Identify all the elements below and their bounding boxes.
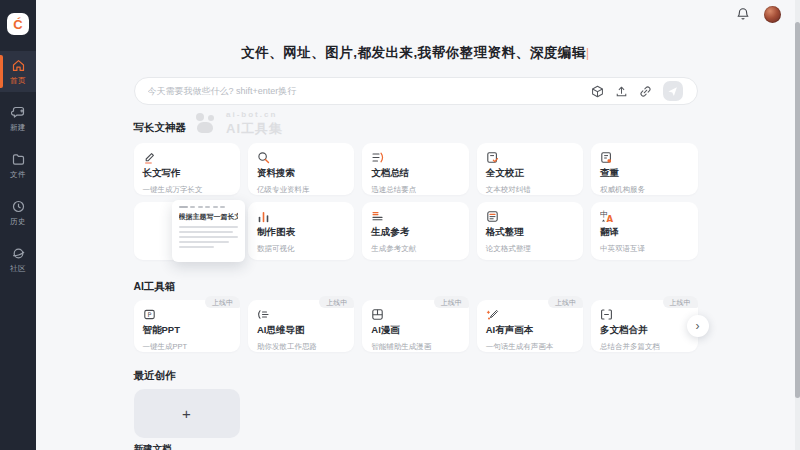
card-long-writing[interactable]: 长文写作 一键生成万字长文 [134,143,240,195]
card-title: AI漫画 [371,324,459,337]
model-cube-icon[interactable] [591,85,604,98]
card-subtitle: 一键生成万字长文 [143,185,231,195]
summary-icon [371,151,459,164]
card-merge-docs[interactable]: 上线中 多文档合并 总结合并多篇文档 [591,300,697,352]
search-icon [257,151,345,164]
carousel-next-button[interactable]: › [687,315,709,337]
card-subtitle: 一键生成PPT [143,342,231,352]
sidebar-item-label: 首页 [10,76,26,86]
section-title-recent: 最近创作 [134,369,698,383]
card-preview[interactable]: 根据主题写一篇长文.. [134,202,240,260]
writing-row2: 根据主题写一篇长文.. 制作图表 数据可视化 生成参考 生成参考文献 [134,202,698,260]
translate-icon: 中A [600,210,688,223]
card-subtitle: 迅速总结要点 [371,185,459,195]
card-title: 格式整理 [486,226,574,239]
clock-icon [11,199,26,214]
card-title: 全文校正 [486,167,574,180]
main-area: ai-bot.cn AI工具集 文件、网址、图片,都发出来,我帮你整理资料、深度… [36,0,795,450]
recent-new-label: 新建文档 [134,443,698,450]
status-badge: 上线中 [434,296,469,308]
card-doc-summary[interactable]: 文档总结 迅速总结要点 [362,143,468,195]
card-title: 智能PPT [143,324,231,337]
proofread-icon [486,151,574,164]
notification-bell-icon[interactable] [736,7,750,21]
card-plagiarism-check[interactable]: 查重 权威机构服务 [591,143,697,195]
magic-pen-icon [486,308,574,321]
card-proofread[interactable]: 全文校正 文本校对纠错 [477,143,583,195]
card-smart-ppt[interactable]: 上线中 P 智能PPT 一键生成PPT [134,300,240,352]
plus-icon: + [182,405,191,422]
link-icon[interactable] [639,85,652,98]
card-title: 制作图表 [257,226,345,239]
prompt-input[interactable] [148,86,591,96]
card-title: 文档总结 [371,167,459,180]
writing-row1: 长文写作 一键生成万字长文 资料搜索 亿级专业资料库 文档总结 迅速总结要点 [134,143,698,195]
merge-docs-icon [600,308,688,321]
new-creation-card[interactable]: + [134,389,240,438]
card-ai-mindmap[interactable]: 上线中 AI思维导图 助你发散工作思路 [248,300,354,352]
card-subtitle: 生成参考文献 [371,244,459,254]
svg-text:P: P [147,311,151,319]
sidebar-item-label: 历史 [10,217,26,227]
card-subtitle: 一句话生成有声画本 [486,342,574,352]
card-subtitle: 文本校对纠错 [486,185,574,195]
card-ai-audiobook[interactable]: 上线中 AI有声画本 一句话生成有声画本 [477,300,583,352]
send-button[interactable] [663,81,683,101]
prompt-bar [134,77,698,105]
toolbox-row: 上线中 P 智能PPT 一键生成PPT 上线中 AI思维导图 助你发散工作思路 … [134,300,698,352]
card-title: 多文档合并 [600,324,688,337]
card-title: AI有声画本 [486,324,574,337]
format-icon [486,210,574,223]
scrollbar-thumb[interactable] [795,22,800,398]
card-subtitle: 中英双语互译 [600,244,688,254]
document-preview-popup: 根据主题写一篇长文.. [172,200,245,262]
preview-doc-lines [179,226,238,248]
card-title: 翻译 [600,226,688,239]
status-badge: 上线中 [548,296,583,308]
sidebar-item-home[interactable]: 首页 [0,51,36,92]
user-avatar[interactable] [764,6,781,23]
reference-icon [371,210,459,223]
sidebar-item-history[interactable]: 历史 [0,192,36,233]
comic-panels-icon [371,308,459,321]
folder-icon [11,152,26,167]
doc-check-icon [600,151,688,164]
text-cursor: | [586,45,590,60]
sidebar-item-new[interactable]: 新建 [0,98,36,139]
app-logo[interactable]: Ć [7,13,29,35]
card-subtitle: 论文格式整理 [486,244,574,254]
card-subtitle: 权威机构服务 [600,185,688,195]
card-subtitle: 助你发散工作思路 [257,342,345,352]
card-title: 长文写作 [143,167,231,180]
new-chat-icon [11,105,26,120]
sidebar: Ć 首页 新建 文件 历史 [0,0,36,450]
card-ai-comic[interactable]: 上线中 AI漫画 智能辅助生成漫画 [362,300,468,352]
sidebar-item-label: 社区 [10,264,26,274]
section-title-writing: 写长文神器 [134,121,698,135]
svg-text:A: A [607,214,614,223]
card-title: 生成参考 [371,226,459,239]
preview-doc-title: 根据主题写一篇长文.. [179,212,238,222]
sidebar-item-label: 新建 [10,123,26,133]
planet-icon [11,246,26,261]
card-title: 查重 [600,167,688,180]
sidebar-item-files[interactable]: 文件 [0,145,36,186]
sidebar-item-community[interactable]: 社区 [0,239,36,280]
mindmap-icon [257,308,345,321]
status-badge: 上线中 [205,296,240,308]
card-subtitle: 智能辅助生成漫画 [371,342,459,352]
card-material-search[interactable]: 资料搜索 亿级专业资料库 [248,143,354,195]
card-translate[interactable]: 中A 翻译 中英双语互译 [591,202,697,260]
page-title: 文件、网址、图片,都发出来,我帮你整理资料、深度编辑| [134,44,698,62]
card-gen-reference[interactable]: 生成参考 生成参考文献 [362,202,468,260]
section-title-toolbox: AI工具箱 [134,280,698,294]
upload-icon[interactable] [615,85,628,98]
status-badge: 上线中 [663,296,698,308]
status-badge: 上线中 [319,296,354,308]
card-format-cleanup[interactable]: 格式整理 论文格式整理 [477,202,583,260]
card-subtitle: 亿级专业资料库 [257,185,345,195]
card-make-chart[interactable]: 制作图表 数据可视化 [248,202,354,260]
card-subtitle: 数据可视化 [257,244,345,254]
sidebar-item-label: 文件 [10,170,26,180]
scrollbar-track [795,0,800,450]
